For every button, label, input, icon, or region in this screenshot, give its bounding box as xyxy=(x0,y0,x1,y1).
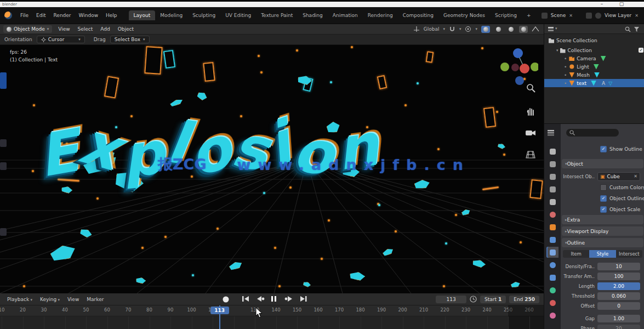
timeline-menu-view[interactable]: View xyxy=(64,297,83,302)
clear-x-icon[interactable]: ✕ xyxy=(634,174,637,179)
display-icon[interactable] xyxy=(586,13,592,19)
tab-item[interactable]: Item xyxy=(563,250,589,258)
shading-wireframe-button[interactable] xyxy=(481,26,490,33)
chevron-down-icon[interactable]: ▾ xyxy=(443,27,445,31)
navigation-gizmo[interactable] xyxy=(500,47,538,85)
menu-file[interactable]: File xyxy=(16,11,32,20)
menu-window[interactable]: Window xyxy=(75,11,102,20)
timeline-menu-keying[interactable]: Keying ▾ xyxy=(36,297,64,302)
workspace-tab-modeling[interactable]: Modeling xyxy=(155,10,187,20)
camera-view-icon[interactable] xyxy=(525,128,536,137)
disclosure-triangle-icon[interactable]: ▾ xyxy=(556,48,558,53)
section-header-object[interactable]: ▾ Object xyxy=(562,159,643,168)
checkbox[interactable] xyxy=(600,184,607,191)
next-keyframe-button[interactable] xyxy=(284,295,295,304)
blender-logo-icon[interactable] xyxy=(4,12,12,19)
chevron-down-icon[interactable]: ▾ xyxy=(555,26,557,31)
properties-tab-output[interactable] xyxy=(546,171,558,182)
outliner-row-camera[interactable]: •Camera xyxy=(544,54,644,63)
workspace-tab-layout[interactable]: Layout xyxy=(129,10,156,20)
workspace-tab-rendering[interactable]: Rendering xyxy=(363,10,398,20)
properties-tab-particles[interactable] xyxy=(546,247,558,258)
number-field[interactable]: 0 xyxy=(597,302,640,310)
number-field[interactable]: 100 xyxy=(597,273,640,280)
cursor-tool-dropdown[interactable]: Cursor ▾ xyxy=(37,36,85,43)
3d-viewport[interactable]: fps: 26 (1) Collection | Text Explosion … xyxy=(0,45,544,293)
checkbox-row-custom-colors[interactable]: Custom Colors xyxy=(561,183,644,192)
checkbox-row-object-scale[interactable]: ✓Object Scale xyxy=(561,205,644,214)
orientation-selector[interactable]: Global xyxy=(424,26,440,32)
properties-tab-render[interactable] xyxy=(546,158,558,169)
properties-tab-tool[interactable] xyxy=(546,146,558,157)
drag-mode-dropdown[interactable]: Select Box ▾ xyxy=(110,36,150,43)
tab-style[interactable]: Style xyxy=(589,250,615,258)
pause-button[interactable] xyxy=(270,295,281,304)
outliner-row-light[interactable]: •Light xyxy=(544,63,644,71)
checkbox[interactable]: ✓ xyxy=(600,146,607,152)
zoom-tool-icon[interactable] xyxy=(526,83,536,93)
playback-sync-clock-icon[interactable] xyxy=(470,296,477,303)
scene-selector[interactable]: Scene xyxy=(551,13,566,18)
outliner-row-collection[interactable]: ▾Collection✓ xyxy=(544,46,644,54)
left-toolbar-tool[interactable] xyxy=(0,162,7,170)
auto-keying-record-icon[interactable] xyxy=(221,295,232,304)
viewport-menu-add[interactable]: Add xyxy=(96,26,113,32)
pan-hand-icon[interactable] xyxy=(526,106,536,116)
properties-tab-constraints[interactable] xyxy=(546,272,558,283)
timeline-menu-marker[interactable]: Marker xyxy=(83,297,107,302)
number-field[interactable]: 2.00 xyxy=(597,282,640,290)
viewport-menu-view[interactable]: View xyxy=(54,26,73,32)
view-layer-selector[interactable]: View Layer xyxy=(605,13,631,18)
number-field[interactable]: 0.060 xyxy=(597,292,640,300)
shading-material-button[interactable] xyxy=(506,26,515,33)
workspace-tab-texture-paint[interactable]: Texture Paint xyxy=(256,10,298,20)
left-toolbar-tool[interactable] xyxy=(0,139,7,147)
properties-tab-material[interactable] xyxy=(546,297,558,308)
number-field[interactable]: 10 xyxy=(597,263,640,270)
editor-type-icon[interactable] xyxy=(548,129,555,136)
properties-tab-scene[interactable] xyxy=(546,196,558,207)
viewport-menu-object[interactable]: Object xyxy=(114,26,138,32)
object-picker[interactable]: ▣Cube✕ xyxy=(597,172,640,181)
current-frame-field[interactable]: 113 xyxy=(436,296,466,303)
frame-end-field[interactable]: End 250 xyxy=(509,296,539,303)
properties-tab-view-layer[interactable] xyxy=(546,184,558,195)
editor-type-icon[interactable] xyxy=(548,26,554,32)
workspace-tab-+[interactable]: + xyxy=(522,10,536,20)
prev-keyframe-button[interactable] xyxy=(255,295,266,304)
left-toolbar-tool[interactable] xyxy=(0,228,7,236)
checkbox-row-show-outline[interactable]: ✓Show Outline xyxy=(561,144,644,154)
number-field[interactable]: 20 xyxy=(597,325,640,329)
menu-help[interactable]: Help xyxy=(102,11,121,20)
workspace-tab-uv-editing[interactable]: UV Editing xyxy=(220,10,256,20)
timeline-ruler[interactable]: 1020304050607080901001101301401501601701… xyxy=(0,305,544,316)
checkbox-row-object-outline[interactable]: ✓Object Outline xyxy=(561,194,644,203)
section-header-outline[interactable]: ▾ Outline xyxy=(562,238,643,247)
workspace-tab-geometry-nodes[interactable]: Geometry Nodes xyxy=(438,10,490,20)
checkbox[interactable]: ✓ xyxy=(600,195,607,202)
menu-render[interactable]: Render xyxy=(50,11,75,20)
frame-start-field[interactable]: Start 1 xyxy=(480,296,506,303)
properties-tab-data[interactable] xyxy=(546,285,558,296)
tab-intersect[interactable]: Intersect xyxy=(616,250,642,258)
properties-search[interactable] xyxy=(566,129,619,137)
properties-tab-object[interactable] xyxy=(546,222,558,232)
properties-tab-world[interactable] xyxy=(546,209,558,220)
mode-selector[interactable]: Object Mode ▾ xyxy=(3,25,52,33)
number-field[interactable]: 1.00 xyxy=(597,315,640,322)
shading-rendered-button[interactable] xyxy=(519,26,528,33)
view-layer-unlink-icon[interactable]: ✕ xyxy=(635,13,639,18)
jump-to-start-button[interactable] xyxy=(241,295,252,304)
workspace-tab-animation[interactable]: Animation xyxy=(328,10,363,20)
jump-to-end-button[interactable] xyxy=(298,295,309,304)
workspace-tab-sculpting[interactable]: Sculpting xyxy=(187,10,220,20)
snap-magnet-icon[interactable] xyxy=(449,26,455,32)
collection-checkbox[interactable]: ✓ xyxy=(639,48,643,53)
properties-tab-modifiers[interactable] xyxy=(546,234,558,245)
scene-unlink-icon[interactable]: ✕ xyxy=(569,13,573,18)
timeline-menu-playback[interactable]: Playback ▾ xyxy=(3,297,36,302)
perspective-toggle-icon[interactable] xyxy=(526,150,535,159)
outliner-row-scene-collection[interactable]: Scene Collection xyxy=(544,36,644,44)
filter-icon[interactable] xyxy=(634,26,640,32)
chevron-down-icon[interactable]: ▾ xyxy=(459,27,461,31)
